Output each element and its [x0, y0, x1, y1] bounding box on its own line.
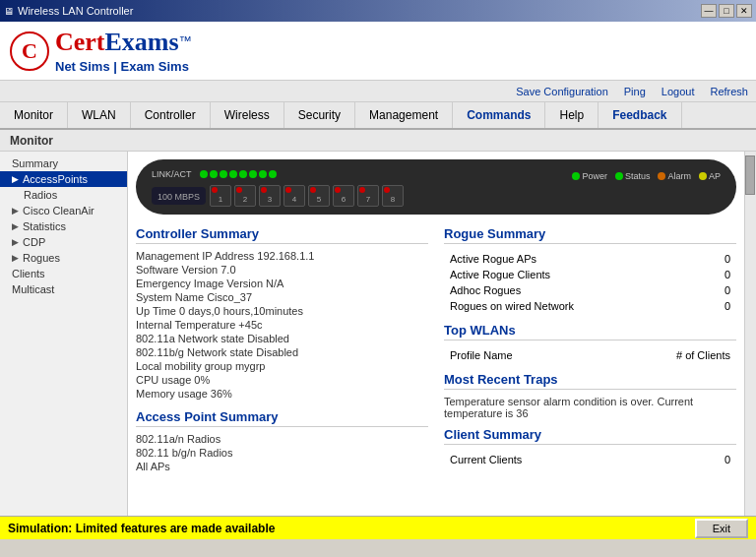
sim-bar: Simulation: Limited features are made av…: [0, 516, 756, 539]
sidebar-item-cisco-cleanair[interactable]: ▶ Cisco CleanAir: [0, 203, 127, 218]
uptime-value: 0 days,0 hours,10minutes: [179, 305, 303, 317]
ap-port-2: 2: [234, 185, 256, 207]
speed-label: 100 MBPS: [158, 192, 200, 202]
current-clients-label: Current Clients: [446, 453, 690, 466]
cleanair-label: Cisco CleanAir: [23, 205, 94, 217]
emergency-img-value: N/A: [266, 278, 284, 289]
all-aps-label: All APs: [136, 461, 170, 472]
mobility-row: Local mobility group mygrp: [136, 360, 428, 372]
close-button[interactable]: ✕: [736, 4, 752, 18]
logo-exams: Exams: [105, 28, 179, 56]
radios-label: Radios: [24, 189, 57, 201]
right-column: Rogue Summary Active Rogue APs 0 Active …: [444, 226, 736, 476]
summary-label: Summary: [12, 157, 58, 169]
ap-summary-title: Access Point Summary: [136, 409, 428, 427]
multicast-label: Multicast: [12, 283, 54, 295]
scroll-track[interactable]: [744, 152, 756, 516]
sidebar-item-clients[interactable]: Clients: [0, 266, 127, 281]
sidebar-item-statistics[interactable]: ▶ Statistics: [0, 218, 127, 234]
sidebar-item-multicast[interactable]: Multicast: [0, 281, 127, 297]
wifi-a-value: Disabled: [247, 333, 289, 344]
window-title-bar: 🖥 Wireless LAN Controller — □ ✕: [0, 0, 756, 22]
save-config-link[interactable]: Save Configuration: [516, 86, 608, 97]
logo-tagline: Net Sims | Exam Sims: [55, 59, 192, 74]
rogue-clients-value: 0: [707, 268, 734, 281]
nav-management[interactable]: Management: [355, 102, 453, 128]
ap-visual: LINK/ACT: [136, 159, 736, 215]
sw-version-label: Software Version: [136, 264, 220, 276]
content-columns: Controller Summary Management IP Address…: [136, 226, 736, 476]
wifi-a-label: 802.11a Network state: [136, 333, 247, 344]
scroll-thumb[interactable]: [745, 155, 755, 195]
mobility-value: mygrp: [235, 360, 266, 372]
sidebar-item-cdp[interactable]: ▶ CDP: [0, 234, 127, 250]
sidebar-item-access-points[interactable]: ▶ AccessPoints: [0, 171, 127, 187]
logo-icon: C: [10, 31, 49, 71]
logo-text-container: CertExams™ Net Sims | Exam Sims: [55, 28, 192, 74]
alarm-dot: [658, 172, 665, 180]
maximize-button[interactable]: □: [719, 4, 734, 18]
ap-port-1: 1: [210, 185, 231, 207]
ap-port-3: 3: [259, 185, 281, 207]
mgmt-ip-value: 192.168.1.1: [257, 250, 314, 262]
current-clients-row: Current Clients 0: [446, 453, 734, 466]
wired-rogues-value: 0: [707, 299, 734, 313]
sidebar-item-rogues[interactable]: ▶ Rogues: [0, 250, 127, 266]
exit-button[interactable]: Exit: [695, 519, 748, 538]
nav-commands[interactable]: Commands: [453, 102, 545, 128]
adhoc-rogues-label: Adhoc Rogues: [446, 283, 705, 297]
arrow-icon-cdp: ▶: [12, 237, 19, 247]
sidebar-item-radios[interactable]: Radios: [0, 187, 127, 203]
ping-link[interactable]: Ping: [624, 86, 646, 97]
nav-help[interactable]: Help: [545, 102, 598, 128]
power-dot: [572, 172, 580, 180]
logout-link[interactable]: Logout: [662, 86, 695, 97]
cdp-label: CDP: [23, 236, 45, 248]
arrow-icon: ▶: [12, 174, 19, 184]
trap-message: Temperature sensor alarm condition is ov…: [444, 396, 736, 419]
main-nav: Monitor WLAN Controller Wireless Securit…: [0, 102, 756, 130]
ap-radio-a-label: 802.11a/n Radios: [136, 433, 220, 445]
nav-controller[interactable]: Controller: [131, 102, 211, 128]
ap-radio-bg-label: 802.11 b/g/n Radios: [136, 447, 232, 459]
memory-row: Memory usage 36%: [136, 388, 428, 400]
nav-wireless[interactable]: Wireless: [211, 102, 284, 128]
nav-security[interactable]: Security: [284, 102, 355, 128]
minimize-button[interactable]: —: [701, 4, 717, 18]
temp-value: +45c: [238, 319, 262, 331]
refresh-link[interactable]: Refresh: [710, 86, 748, 97]
ap-dot: [699, 172, 707, 180]
uptime-row: Up Time 0 days,0 hours,10minutes: [136, 305, 428, 317]
ap-radio-a-row: 802.11a/n Radios: [136, 433, 428, 445]
nav-feedback[interactable]: Feedback: [598, 102, 681, 128]
memory-value: 36%: [211, 388, 232, 400]
arrow-icon-cleanair: ▶: [12, 206, 19, 216]
top-wlans-table: Profile Name # of Clients: [444, 346, 736, 364]
sidebar-item-summary[interactable]: Summary: [0, 155, 127, 171]
sim-message: Simulation: Limited features are made av…: [8, 522, 275, 535]
rogue-clients-label: Active Rogue Clients: [446, 268, 705, 281]
nav-wlan[interactable]: WLAN: [68, 102, 131, 128]
status-dot: [615, 172, 623, 180]
wifi-bg-row: 802.11b/g Network state Disabled: [136, 346, 428, 358]
rogue-clients-row: Active Rogue Clients 0: [446, 268, 734, 281]
system-name-label: System Name: [136, 291, 207, 303]
cpu-value: 0%: [194, 374, 210, 386]
clients-count-header: # of Clients: [600, 348, 734, 362]
nav-monitor[interactable]: Monitor: [0, 102, 68, 128]
top-action-bar: Save Configuration Ping Logout Refresh: [0, 81, 756, 102]
cpu-row: CPU usage 0%: [136, 374, 428, 386]
uptime-label: Up Time: [136, 305, 179, 317]
monitor-label: Monitor: [10, 134, 53, 148]
rogues-label: Rogues: [23, 252, 60, 264]
access-points-label: AccessPoints: [23, 173, 88, 185]
legend-ap: AP: [699, 171, 721, 181]
rogue-aps-label: Active Rogue APs: [446, 252, 705, 266]
main-panel: LINK/ACT: [128, 152, 744, 516]
system-name-value: Cisco_37: [207, 291, 252, 303]
wifi-bg-label: 802.11b/g Network state: [136, 346, 256, 358]
controller-summary-title: Controller Summary: [136, 226, 428, 244]
temp-label: Internal Temperature: [136, 319, 238, 331]
rogue-summary-title: Rogue Summary: [444, 226, 736, 244]
memory-label: Memory usage: [136, 388, 211, 400]
